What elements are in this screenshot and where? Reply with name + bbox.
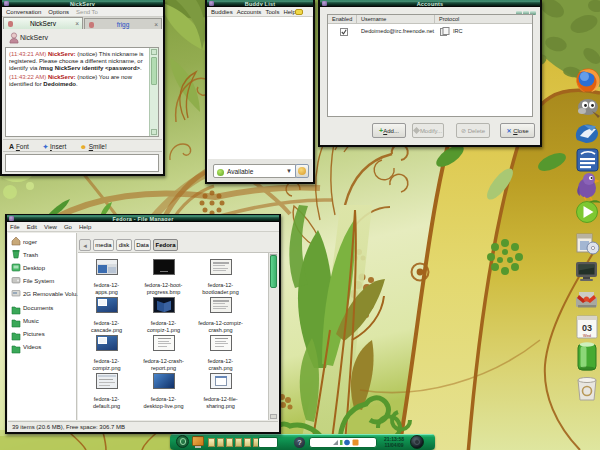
- svg-text:Wed: Wed: [583, 333, 591, 338]
- svg-text:03: 03: [582, 323, 592, 333]
